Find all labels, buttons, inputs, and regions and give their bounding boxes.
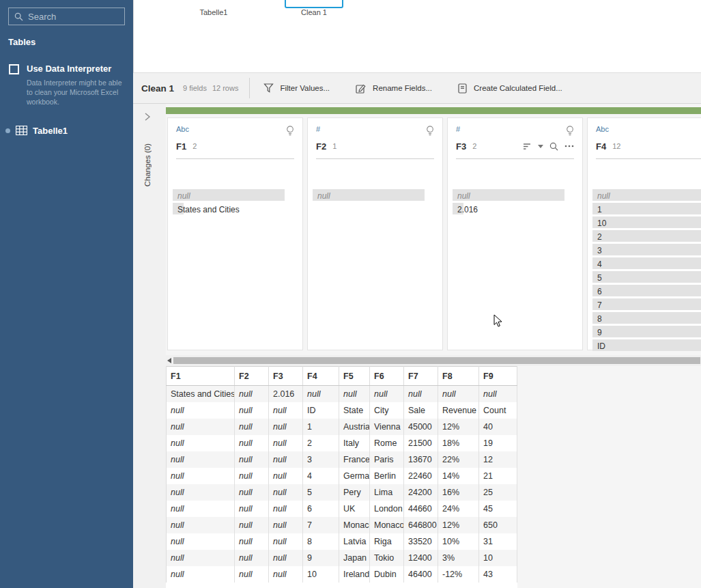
filter-values-button[interactable]: Filter Values... [263, 83, 330, 93]
grid-cell[interactable]: null [167, 402, 235, 419]
create-calculated-field-button[interactable]: Create Calculated Field... [458, 83, 562, 94]
grid-cell[interactable]: 43 [479, 566, 517, 583]
grid-cell[interactable]: 13670 [404, 451, 438, 468]
field-name[interactable]: F4 [596, 141, 606, 152]
grid-cell[interactable]: Count [479, 402, 517, 419]
grid-cell[interactable]: 16% [438, 484, 479, 501]
grid-cell[interactable]: null [269, 517, 303, 533]
grid-cell[interactable]: null [167, 435, 235, 451]
grid-cell[interactable]: France [339, 451, 370, 468]
grid-cell[interactable]: null [167, 517, 235, 533]
field-type[interactable]: Abc [176, 125, 189, 133]
field-card[interactable]: Abc F1 2 nullStates and Cities [167, 117, 303, 350]
grid-cell[interactable]: Ireland [339, 566, 370, 583]
grid-cell[interactable]: 45 [479, 501, 517, 517]
recommendations-bulb-icon[interactable] [566, 125, 574, 137]
grid-cell[interactable]: State [339, 402, 370, 419]
grid-cell[interactable]: null [339, 386, 370, 402]
sort-caret-down-icon[interactable] [538, 145, 543, 148]
grid-column-header[interactable]: F5 [339, 367, 370, 386]
grid-cell[interactable]: 21 [479, 468, 517, 484]
profile-value-row[interactable]: null [176, 189, 294, 201]
grid-cell[interactable]: null [269, 419, 303, 435]
grid-column-header[interactable]: F4 [303, 367, 339, 386]
grid-column-header[interactable]: F3 [269, 367, 303, 386]
grid-cell[interactable]: null [167, 550, 235, 566]
grid-cell[interactable]: Pery [339, 484, 370, 501]
grid-cell[interactable]: null [235, 501, 269, 517]
profile-value-row[interactable]: 4 [596, 257, 701, 269]
changes-panel-expand-button[interactable] [144, 112, 151, 122]
grid-cell[interactable]: Sale [404, 402, 438, 419]
grid-cell[interactable]: null [235, 386, 269, 402]
grid-cell[interactable]: 9 [303, 550, 339, 566]
grid-column-header[interactable]: F8 [438, 367, 479, 386]
profile-value-row[interactable]: null [456, 189, 574, 201]
grid-column-header[interactable]: F7 [404, 367, 438, 386]
scrollbar-left-arrow-icon[interactable] [167, 358, 171, 363]
grid-cell[interactable]: 40 [479, 419, 517, 435]
grid-cell[interactable]: 3% [438, 550, 479, 566]
grid-cell[interactable]: Germany [339, 468, 370, 484]
grid-column-header[interactable]: F1 [167, 367, 235, 386]
field-card[interactable]: Abc F4 12 null11023456789ID [587, 117, 701, 350]
grid-cell[interactable]: States and Cities [167, 386, 235, 402]
grid-cell[interactable]: null [269, 435, 303, 451]
grid-cell[interactable]: null [235, 435, 269, 451]
grid-cell[interactable]: 8 [303, 533, 339, 550]
field-type[interactable]: # [316, 125, 320, 133]
grid-cell[interactable]: null [167, 533, 235, 550]
grid-cell[interactable]: 10 [303, 566, 339, 583]
field-search-icon[interactable] [549, 142, 558, 151]
profile-value-row[interactable]: 8 [596, 312, 701, 324]
grid-cell[interactable]: null [167, 566, 235, 583]
grid-cell[interactable]: null [479, 386, 517, 402]
grid-cell[interactable]: 44660 [404, 501, 438, 517]
grid-cell[interactable]: 10 [479, 550, 517, 566]
field-name[interactable]: F3 [456, 141, 466, 152]
field-type[interactable]: Abc [596, 125, 609, 133]
grid-cell[interactable]: -12% [438, 566, 479, 583]
grid-cell[interactable]: 24% [438, 501, 479, 517]
grid-cell[interactable]: Tokio [370, 550, 404, 566]
grid-cell[interactable]: null [235, 533, 269, 550]
grid-cell[interactable]: 22460 [404, 468, 438, 484]
grid-cell[interactable]: 1 [303, 419, 339, 435]
grid-cell[interactable]: null [235, 484, 269, 501]
grid-cell[interactable]: London [370, 501, 404, 517]
profile-value-row[interactable]: 1 [596, 203, 701, 214]
grid-cell[interactable]: null [269, 566, 303, 583]
changes-panel-label[interactable]: Changes (0) [143, 143, 152, 186]
grid-cell[interactable]: Berlin [370, 468, 404, 484]
grid-cell[interactable]: 46400 [404, 566, 438, 583]
flow-node-label-input[interactable]: Tabelle1 [183, 8, 244, 16]
field-name[interactable]: F2 [316, 141, 326, 152]
grid-cell[interactable]: 7 [303, 517, 339, 533]
grid-cell[interactable]: null [269, 468, 303, 484]
grid-cell[interactable]: 45000 [404, 419, 438, 435]
grid-cell[interactable]: 21500 [404, 435, 438, 451]
profile-value-row[interactable]: 2.016 [456, 203, 574, 214]
grid-cell[interactable]: 33520 [404, 533, 438, 550]
rename-fields-button[interactable]: Rename Fields... [356, 83, 432, 94]
grid-cell[interactable]: null [269, 501, 303, 517]
grid-cell[interactable]: Rome [370, 435, 404, 451]
grid-cell[interactable]: Lima [370, 484, 404, 501]
grid-cell[interactable]: 18% [438, 435, 479, 451]
grid-cell[interactable]: Monaco [370, 517, 404, 533]
grid-cell[interactable]: null [167, 419, 235, 435]
flow-node-label-clean[interactable]: Clean 1 [283, 8, 345, 16]
grid-cell[interactable]: 19 [479, 435, 517, 451]
recommendations-bulb-icon[interactable] [286, 125, 294, 137]
more-options-icon[interactable] [564, 145, 574, 148]
grid-column-header[interactable]: F9 [479, 367, 517, 386]
grid-cell[interactable]: ID [303, 402, 339, 419]
grid-cell[interactable]: null [438, 386, 479, 402]
grid-cell[interactable]: null [235, 517, 269, 533]
profile-value-row[interactable]: 2 [596, 230, 701, 242]
grid-cell[interactable]: City [370, 402, 404, 419]
profile-value-row[interactable]: null [596, 189, 701, 201]
profile-value-row[interactable]: 6 [596, 285, 701, 296]
grid-cell[interactable]: 12400 [404, 550, 438, 566]
profile-horizontal-scrollbar[interactable] [166, 355, 701, 366]
